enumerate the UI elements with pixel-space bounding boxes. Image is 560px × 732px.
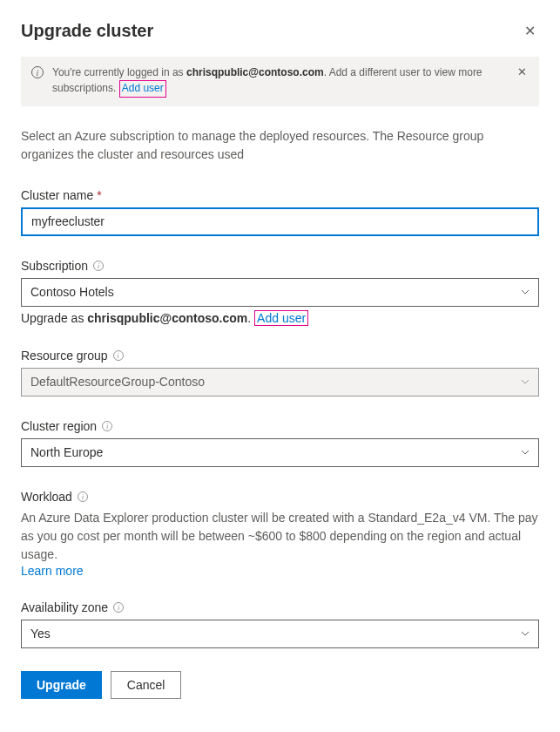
info-icon: i [31, 66, 44, 78]
info-hint-icon[interactable]: i [102, 421, 112, 431]
cluster-region-label: Cluster region i [21, 419, 539, 433]
page-title: Upgrade cluster [21, 21, 153, 41]
subscription-helper: Upgrade as chrisqpublic@contoso.com. Add… [21, 310, 539, 326]
cluster-region-select[interactable]: North Europe [21, 438, 539, 467]
info-hint-icon[interactable]: i [113, 602, 124, 613]
info-hint-icon[interactable]: i [78, 491, 88, 502]
highlight-add-user-banner: Add user [119, 80, 166, 97]
resource-group-label: Resource group i [21, 349, 539, 363]
upgrade-button[interactable]: Upgrade [21, 671, 102, 699]
add-user-link-helper[interactable]: Add user [257, 311, 306, 325]
subscription-select[interactable]: Contoso Hotels [21, 278, 539, 307]
chevron-down-icon [521, 288, 530, 296]
cluster-name-label: Cluster name* [21, 188, 539, 202]
info-hint-icon[interactable]: i [113, 350, 124, 361]
availability-zone-label: Availability zone i [21, 600, 539, 614]
chevron-down-icon [521, 448, 530, 457]
page-description: Select an Azure subscription to manage t… [21, 127, 539, 164]
banner-close-icon[interactable]: ✕ [516, 65, 529, 78]
required-indicator: * [97, 188, 101, 202]
resource-group-select[interactable]: DefaultResourceGroup-Contoso [21, 368, 539, 396]
cancel-button[interactable]: Cancel [111, 671, 182, 699]
chevron-down-icon [521, 629, 530, 638]
highlight-add-user-helper: Add user [254, 310, 308, 326]
banner-text: You're currently logged in as chrisqpubl… [52, 65, 507, 98]
info-banner: i You're currently logged in as chrisqpu… [21, 57, 539, 106]
close-icon[interactable]: ✕ [521, 21, 539, 41]
workload-label: Workload i [21, 490, 539, 504]
availability-zone-select[interactable]: Yes [21, 620, 539, 648]
cluster-name-input[interactable] [21, 207, 539, 236]
add-user-link-banner[interactable]: Add user [122, 82, 164, 94]
learn-more-link[interactable]: Learn more [21, 564, 84, 578]
info-hint-icon[interactable]: i [93, 261, 104, 271]
chevron-down-icon [521, 377, 530, 386]
workload-description: An Azure Data Explorer production cluste… [21, 509, 539, 564]
subscription-label: Subscription i [21, 259, 539, 273]
